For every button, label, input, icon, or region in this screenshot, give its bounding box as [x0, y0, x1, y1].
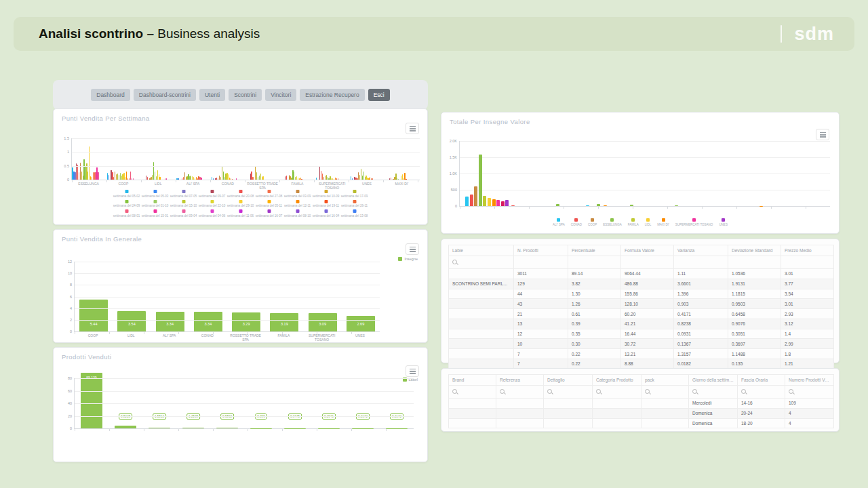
nav-button-scontrini[interactable]: Scontrini: [229, 89, 262, 101]
nav-button-dashboard[interactable]: Dashboard: [91, 89, 130, 101]
x-axis-label: COOP: [74, 333, 112, 342]
column-header[interactable]: Formula Valore: [621, 245, 674, 256]
filter-cell[interactable]: [674, 256, 728, 269]
legend-marker-icon: [296, 190, 299, 193]
filter-cell[interactable]: [642, 386, 689, 399]
column-header[interactable]: Brand: [449, 375, 496, 386]
filter-cell[interactable]: [728, 256, 781, 269]
chart-menu-button[interactable]: [406, 243, 419, 255]
table-row[interactable]: 100.3030.720.13670.36972.99: [449, 339, 834, 349]
column-header[interactable]: Fascia Oraria: [738, 375, 785, 386]
bar: [252, 177, 253, 180]
table-row[interactable]: 130.3941.210.82380.90763.12: [449, 319, 834, 329]
table-cell: 30.72: [621, 339, 674, 349]
column-header[interactable]: N. Prodotti: [514, 245, 568, 256]
filter-cell[interactable]: [785, 386, 834, 399]
table-row[interactable]: Domenica18-204: [449, 418, 834, 428]
chart-title: Prodotti Venduti: [62, 353, 111, 361]
nav-button-dashboard-scontrini[interactable]: Dashboard-scontrini: [134, 89, 196, 101]
bar: [259, 176, 260, 180]
filter-cell[interactable]: [593, 386, 642, 399]
legend-item: ESSELUNGA: [603, 218, 622, 226]
column-header[interactable]: Deviazione Standard: [728, 245, 781, 256]
chart-title: Totale Per Insegne Valore: [450, 118, 530, 125]
table-row[interactable]: 210.6160.200.41710.64582.93: [449, 309, 834, 319]
table-row[interactable]: Domenica20-244: [449, 408, 834, 418]
filter-cell[interactable]: [514, 256, 568, 269]
table-row[interactable]: 70.2213.211.31571.14881.8: [449, 349, 834, 359]
table-row[interactable]: Mercoledì14-16109: [449, 399, 834, 409]
bar: [90, 176, 91, 180]
nav-button-vincitori[interactable]: Vincitori: [265, 89, 296, 101]
filter-cell[interactable]: [544, 386, 593, 399]
legend-label: settimana del 05-03: [142, 195, 169, 198]
chart-menu-button[interactable]: [406, 123, 419, 134]
gridline: [75, 320, 380, 321]
y-axis-label: 1.0K: [450, 171, 457, 176]
table-row[interactable]: 301189.149064.441.111.05363.01: [449, 269, 834, 279]
bar: [586, 205, 589, 206]
nav-button-utenti[interactable]: Utenti: [199, 89, 225, 101]
filter-cell[interactable]: [781, 256, 834, 269]
legend-item: settimana del 09-04: [170, 209, 197, 218]
legend-marker-icon: [692, 218, 696, 222]
column-header[interactable]: Lable: [449, 245, 514, 256]
legend-label: UNES: [719, 223, 728, 226]
column-header[interactable]: Referenza: [496, 375, 544, 386]
filter-cell[interactable]: [449, 386, 496, 399]
filter-cell[interactable]: [449, 256, 514, 269]
bar: [157, 170, 158, 180]
legend-marker-icon: [267, 209, 271, 213]
bar: [196, 177, 197, 180]
gridline: [460, 174, 830, 174]
table-row[interactable]: 431.26128.100.9030.95033.01: [449, 299, 834, 309]
column-header[interactable]: pack: [642, 375, 689, 386]
chart-menu-button[interactable]: [816, 129, 829, 140]
table-cell: [449, 399, 496, 409]
filter-cell[interactable]: [496, 386, 544, 399]
filter-cell[interactable]: [621, 256, 674, 269]
table-row[interactable]: SCONTRINO SEMI PARLANTE ...1293.82486.88…: [449, 279, 834, 289]
table-cell: 3.82: [568, 279, 621, 289]
y-axis-label: 10: [68, 271, 72, 275]
column-header[interactable]: Prezzo Medio: [781, 245, 834, 256]
nav-button-esci[interactable]: Esci: [368, 89, 390, 101]
legend-item: settimana del 09-07: [198, 190, 226, 198]
legend-item: MAXI DI': [657, 218, 669, 226]
column-header[interactable]: Categoria Prodotto: [593, 375, 642, 386]
y-axis-label: 500: [451, 188, 457, 192]
chart-title: Punti Vendita Per Settimana: [62, 115, 150, 122]
column-header[interactable]: Dettaglio: [544, 375, 593, 386]
filter-cell[interactable]: [689, 386, 738, 399]
legend-item: settimana del 10-09: [312, 190, 340, 198]
bar: [108, 175, 109, 180]
hamburger-icon: [820, 132, 826, 138]
column-header[interactable]: Percentuale: [568, 245, 621, 256]
bar: [166, 178, 167, 180]
column-header[interactable]: Varianza: [674, 245, 728, 256]
table-cell: 3.12: [781, 319, 834, 329]
table-cell: [496, 418, 544, 428]
table-row[interactable]: 120.3516.440.09310.30511.4: [449, 329, 834, 339]
column-header[interactable]: Numero Prodotti Venduti: [785, 375, 834, 386]
chart-menu-button[interactable]: [406, 365, 419, 377]
legend-label: settimana del 16-07: [256, 214, 283, 218]
y-axis-label: 6: [70, 295, 72, 299]
legend-marker-icon: [722, 218, 725, 222]
bar-group: [350, 138, 384, 180]
bar: [159, 177, 160, 180]
table-cell: [642, 399, 689, 409]
legend-item: CONAD: [571, 218, 582, 226]
table-row[interactable]: 441.30155.861.3961.18153.54: [449, 289, 834, 299]
filter-cell[interactable]: [738, 386, 785, 399]
legend-label: settimana del 26-11: [341, 204, 368, 207]
bar: [301, 179, 302, 180]
nav-button-estrazione-recupero[interactable]: Estrazione Recupero: [300, 89, 364, 101]
filter-cell[interactable]: [568, 256, 621, 269]
y-axis-label: 40: [68, 401, 72, 405]
legend-label: settimana del 09-04: [170, 214, 197, 218]
table-cell: 0.6458: [728, 309, 781, 319]
table-cell: [449, 329, 514, 339]
bar: [630, 205, 633, 206]
column-header[interactable]: Giorno della settimana: [689, 375, 738, 386]
